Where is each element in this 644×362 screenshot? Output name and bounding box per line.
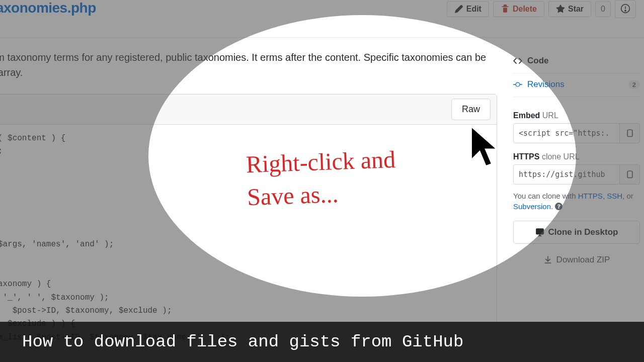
star-button[interactable]: Star [548,1,591,17]
pencil-icon [454,5,463,14]
download-zip-link[interactable]: Download ZIP [513,249,640,271]
clipboard-icon [625,129,634,138]
download-icon [543,255,552,264]
link-https[interactable]: HTTPS [578,192,603,200]
clone-hint: You can clone with HTTPS, SSH, or Subver… [513,191,640,212]
svg-point-2 [625,10,626,11]
time-ago: ago [0,17,96,25]
trash-icon [501,5,510,14]
embed-url-input[interactable] [513,123,620,143]
clone-desktop-button[interactable]: Clone in Desktop [513,221,640,244]
link-subversion[interactable]: Subversion [513,202,551,211]
code-icon [513,56,522,65]
more-menu-button[interactable] [615,0,636,18]
gist-description: et to automatically display custom taxon… [0,50,497,80]
file-box: taxonomies.php Raw isplay_custom_taxonom… [0,94,497,351]
desktop-icon [535,228,544,237]
clone-url-input[interactable] [513,164,620,185]
embed-copy-button[interactable] [620,123,640,143]
clone-label: HTTPS clone URL [513,152,640,161]
revisions-badge: 2 [628,80,640,89]
clipboard-icon [625,170,634,179]
nav-revisions[interactable]: Revisions 2 [513,73,640,97]
annotation-text: Right-click and Save as... [246,143,397,214]
video-caption: How to download files and gists from Git… [0,322,644,362]
link-ssh[interactable]: SSH [607,192,622,200]
delete-button[interactable]: Delete [493,1,544,17]
alert-caret-icon [620,2,630,15]
embed-label: Embed URL [513,111,640,120]
commit-icon [513,80,522,89]
edit-button[interactable]: Edit [447,1,489,17]
gist-title[interactable]: isplay_custom_taxonomies.php [0,0,96,16]
star-icon [556,5,565,14]
nav-code[interactable]: Code [513,50,640,73]
raw-button[interactable]: Raw [451,99,491,120]
star-count: 0 [595,1,611,17]
help-icon[interactable] [555,203,562,210]
cursor-icon [469,125,501,173]
clone-copy-button[interactable] [620,164,640,185]
